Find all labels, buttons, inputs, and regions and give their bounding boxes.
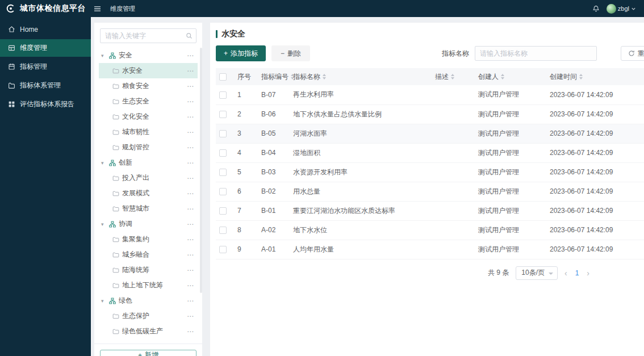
tree-child-label: 水安全 [122,66,184,76]
sidebar-item[interactable]: 维度管理 [0,39,91,57]
more-actions-icon[interactable]: ⋯ [187,113,194,121]
cell-creator: 测试用户管理 [475,182,546,201]
column-header[interactable]: 指标编号 [258,68,290,85]
sort-icon[interactable] [451,74,454,79]
tree-child-row[interactable]: 陆海统筹⋯ [99,262,198,278]
tree-child-row[interactable]: 地上地下统筹⋯ [99,278,198,293]
tree-child-row[interactable]: 城市韧性⋯ [99,124,198,140]
tree-child-row[interactable]: 发展模式⋯ [99,186,198,201]
topbar-right: zbgl [592,4,636,14]
expand-caret-icon[interactable]: ▾ [101,53,106,58]
table-row[interactable]: 6B-02用水总量测试用户管理2023-06-07 14:42:09 [216,182,644,201]
add-indicator-button[interactable]: + 添加指标 [216,45,266,61]
more-actions-icon[interactable]: ⋯ [187,205,194,213]
row-checkbox[interactable] [219,207,227,215]
more-actions-icon[interactable]: ⋯ [187,67,194,75]
more-actions-icon[interactable]: ⋯ [187,251,194,259]
tree-child-row[interactable]: 水安全⋯ [99,63,198,78]
table-row[interactable]: 2B-06地下水供水量占总供水量比例测试用户管理2023-06-07 14:42… [216,104,644,124]
tree-child-row[interactable]: 集聚集约⋯ [99,232,198,247]
reset-button[interactable]: 重置 [621,46,644,61]
column-header-label: 创建时间 [550,72,577,82]
notification-bell-icon[interactable] [592,5,600,12]
more-actions-icon[interactable]: ⋯ [187,297,194,305]
sidebar-item[interactable]: 指标体系管理 [0,77,91,94]
tree-parent-row[interactable]: ▾创新⋯ [99,155,198,170]
add-new-button[interactable]: + 新增 [100,350,196,356]
tree-parent-row[interactable]: ▾安全⋯ [99,48,198,63]
row-checkbox[interactable] [219,91,227,99]
table-row[interactable]: 5B-03水资源开发利用率测试用户管理2023-06-07 14:42:09 [216,162,644,182]
tree-child-row[interactable]: 粮食安全⋯ [99,78,198,94]
row-checkbox[interactable] [219,227,227,234]
table-row[interactable]: 8A-02地下水水位测试用户管理2023-06-07 14:42:09 [216,220,644,240]
expand-caret-icon[interactable]: ▾ [101,298,106,304]
more-actions-icon[interactable]: ⋯ [187,220,194,228]
folder-icon [112,267,119,274]
topnav-tab[interactable]: 维度管理 [110,5,135,13]
table-row[interactable]: 7B-01重要江河湖泊水功能区水质达标率测试用户管理2023-06-07 14:… [216,201,644,220]
table-row[interactable]: 4B-04湿地面积测试用户管理2023-06-07 14:42:09 [216,143,644,162]
row-checkbox-cell [216,143,234,162]
tree-child-row[interactable]: 生态安全⋯ [99,94,198,109]
row-checkbox[interactable] [219,246,227,253]
more-actions-icon[interactable]: ⋯ [187,52,194,60]
expand-caret-icon[interactable]: ▾ [101,160,106,166]
more-actions-icon[interactable]: ⋯ [187,144,194,152]
tree-child-row[interactable]: 文化安全⋯ [99,109,198,124]
row-checkbox[interactable] [219,169,227,176]
more-actions-icon[interactable]: ⋯ [187,174,194,182]
table-row[interactable]: 1B-07再生水利用率测试用户管理2023-06-07 14:42:09 [216,85,644,104]
more-actions-icon[interactable]: ⋯ [187,236,194,244]
more-actions-icon[interactable]: ⋯ [187,312,194,320]
tree-child-row[interactable]: 城乡融合⋯ [99,247,198,262]
table-row[interactable]: 9A-01人均年用水量测试用户管理2023-06-07 14:42:09 [216,240,644,259]
tree-child-row[interactable]: 智慧城市⋯ [99,201,198,216]
tree-search-input[interactable] [100,28,196,43]
select-all-checkbox[interactable] [219,73,227,81]
delete-button[interactable]: − 删除 [271,45,310,61]
indicator-icon [8,63,15,70]
row-checkbox[interactable] [219,188,227,195]
tree-scrollbar[interactable] [200,48,202,293]
sidebar-item[interactable]: Home [0,20,91,38]
next-page-icon[interactable]: › [587,269,589,277]
page-size-select[interactable]: 10条/页 [516,266,558,280]
more-actions-icon[interactable]: ⋯ [187,282,194,290]
column-header[interactable]: 创建人 [475,68,546,85]
expand-caret-icon[interactable]: ▾ [101,221,106,227]
table-row[interactable]: 3B-05河湖水面率测试用户管理2023-06-07 14:42:09 [216,124,644,143]
more-actions-icon[interactable]: ⋯ [187,128,194,136]
row-checkbox-cell [216,201,234,220]
user-menu[interactable]: zbgl [607,4,636,14]
more-actions-icon[interactable]: ⋯ [187,190,194,198]
sidebar-item[interactable]: 评估指标体系报告 [0,95,91,113]
more-actions-icon[interactable]: ⋯ [187,328,194,336]
sort-icon[interactable] [323,74,326,79]
prev-page-icon[interactable]: ‹ [564,269,567,277]
tree-parent-row[interactable]: ▾协调⋯ [99,216,198,232]
menu-toggle-icon[interactable] [94,6,101,12]
more-actions-icon[interactable]: ⋯ [187,98,194,106]
indicator-name-input[interactable] [475,46,597,61]
tree-child-row[interactable]: 规划管控⋯ [99,140,198,155]
row-checkbox[interactable] [219,111,227,118]
sort-icon[interactable] [579,74,583,79]
tree-child-row[interactable]: 投入产出⋯ [99,170,198,186]
tree-parent-row[interactable]: ▾绿色⋯ [99,293,198,308]
sidebar-item[interactable]: 指标管理 [0,58,91,76]
column-header[interactable]: 指标名称 [290,68,432,85]
sort-icon[interactable] [501,74,504,79]
folder-icon [112,68,119,74]
tree-child-row[interactable]: 绿色低碳生产⋯ [99,324,198,339]
column-header[interactable]: 创建时间 [546,68,644,85]
row-checkbox[interactable] [219,149,227,157]
more-actions-icon[interactable]: ⋯ [187,82,194,90]
more-actions-icon[interactable]: ⋯ [187,266,194,274]
more-actions-icon[interactable]: ⋯ [187,159,194,167]
row-checkbox[interactable] [219,130,227,137]
column-header-label: 描述 [435,72,449,82]
tree-child-row[interactable]: 生态保护⋯ [99,308,198,324]
page-number[interactable]: 1 [574,269,580,277]
column-header[interactable]: 描述 [432,68,475,85]
